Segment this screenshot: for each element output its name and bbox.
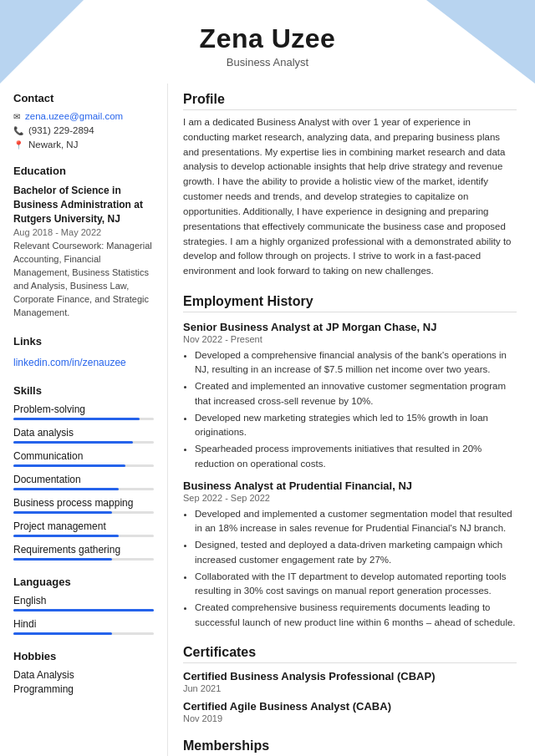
profile-text: I am a dedicated Business Analyst with o… [183, 115, 517, 279]
languages-section: Languages English Hindi [13, 576, 154, 635]
certificate-date: Nov 2019 [183, 713, 517, 723]
job-bullets-list: Developed a comprehensive financial anal… [183, 348, 517, 471]
job-bullet: Developed a comprehensive financial anal… [195, 348, 517, 378]
skill-bar-background [13, 441, 154, 444]
language-item: English [13, 595, 154, 611]
skill-bar-fill [13, 558, 112, 561]
skill-label: Project management [13, 520, 154, 532]
job-bullet: Spearheaded process improvements initiat… [195, 442, 517, 471]
language-bar-background [13, 609, 154, 611]
phone-text: (931) 229-2894 [28, 125, 94, 135]
skill-bar-background [13, 418, 154, 420]
jobs-list: Senior Business Analyst at JP Morgan Cha… [183, 321, 517, 630]
job-entry: Business Analyst at Prudential Financial… [183, 479, 517, 630]
skill-bar-background [13, 535, 154, 537]
job-dates: Nov 2022 - Present [183, 334, 517, 344]
certificates-heading: Certificates [183, 645, 517, 663]
skill-bar-background [13, 488, 154, 490]
skill-label: Data analysis [13, 427, 154, 439]
skill-item: Documentation [13, 474, 154, 490]
hobby-item: Data Analysis [13, 669, 154, 681]
skill-bar-fill [13, 488, 119, 490]
hobbies-section: Hobbies Data AnalysisProgramming [13, 650, 154, 695]
skill-bar-background [13, 558, 154, 561]
skill-item: Project management [13, 520, 154, 537]
certificate-entry: Certified Business Analysis Professional… [183, 670, 517, 693]
education-coursework: Relevant Coursework: Managerial Accounti… [13, 240, 154, 320]
skill-label: Requirements gathering [13, 544, 154, 556]
skills-heading: Skills [13, 384, 154, 397]
skills-section: Skills Problem-solving Data analysis Com… [13, 384, 154, 561]
language-item: Hindi [13, 618, 154, 635]
certificate-name: Certified Business Analysis Professional… [183, 670, 517, 682]
main-content: Profile I am a dedicated Business Analys… [167, 84, 535, 756]
sidebar: Contact ✉ zena.uzee@gmail.com 📞 (931) 22… [0, 84, 167, 756]
skill-label: Business process mapping [13, 497, 154, 509]
certificates-section: Certificates Certified Business Analysis… [183, 645, 517, 723]
language-label: English [13, 595, 154, 606]
profile-heading: Profile [183, 92, 517, 110]
language-bar-fill [13, 632, 112, 635]
education-heading: Education [13, 165, 154, 177]
skill-bar-fill [13, 535, 119, 537]
linkedin-link[interactable]: linkedin.com/in/zenauzee [13, 357, 126, 368]
job-bullet: Developed new marketing strategies which… [195, 411, 517, 440]
skill-item: Communication [13, 450, 154, 467]
skill-label: Communication [13, 450, 154, 462]
candidate-title: Business Analyst [17, 56, 518, 68]
resume-header: Zena Uzee Business Analyst [0, 0, 535, 84]
employment-section: Employment History Senior Business Analy… [183, 294, 517, 630]
skill-item: Data analysis [13, 427, 154, 444]
skills-list: Problem-solving Data analysis Communicat… [13, 403, 154, 561]
job-entry: Senior Business Analyst at JP Morgan Cha… [183, 321, 517, 471]
skill-bar-fill [13, 511, 112, 514]
job-bullet: Created and implemented an innovative cu… [195, 379, 517, 408]
language-bar-background [13, 632, 154, 635]
job-bullet: Developed and implemented a customer seg… [195, 507, 517, 536]
skill-bar-background [13, 511, 154, 514]
certificate-entry: Certified Agile Business Analyst (CABA) … [183, 700, 517, 723]
job-dates: Sep 2022 - Sep 2022 [183, 493, 517, 503]
job-bullet: Created comprehensive business requireme… [195, 601, 517, 630]
location-icon: 📍 [13, 140, 23, 150]
links-section: Links linkedin.com/in/zenauzee [13, 335, 154, 369]
contact-heading: Contact [13, 92, 154, 104]
education-degree: Bachelor of Science in Business Administ… [13, 184, 154, 226]
job-bullet: Collaborated with the IT department to d… [195, 570, 517, 599]
email-item: ✉ zena.uzee@gmail.com [13, 111, 154, 121]
language-label: Hindi [13, 618, 154, 630]
languages-list: English Hindi [13, 595, 154, 635]
skill-bar-fill [13, 418, 140, 420]
location-text: Newark, NJ [28, 140, 78, 150]
profile-section: Profile I am a dedicated Business Analys… [183, 92, 517, 279]
skill-item: Business process mapping [13, 497, 154, 514]
education-section: Education Bachelor of Science in Busines… [13, 165, 154, 320]
hobbies-heading: Hobbies [13, 650, 154, 662]
skill-bar-background [13, 464, 154, 467]
contact-section: Contact ✉ zena.uzee@gmail.com 📞 (931) 22… [13, 92, 154, 150]
resume-body: Contact ✉ zena.uzee@gmail.com 📞 (931) 22… [0, 84, 535, 756]
memberships-section: Memberships International Institute of B… [183, 738, 517, 756]
skill-item: Requirements gathering [13, 544, 154, 561]
language-bar-fill [13, 609, 154, 611]
employment-heading: Employment History [183, 294, 517, 312]
certificates-list: Certified Business Analysis Professional… [183, 670, 517, 723]
links-heading: Links [13, 335, 154, 348]
job-title: Senior Business Analyst at JP Morgan Cha… [183, 321, 517, 333]
job-title: Business Analyst at Prudential Financial… [183, 479, 517, 492]
skill-bar-fill [13, 464, 125, 467]
phone-icon: 📞 [13, 126, 23, 135]
languages-heading: Languages [13, 576, 154, 588]
skill-label: Problem-solving [13, 403, 154, 415]
phone-item: 📞 (931) 229-2894 [13, 125, 154, 135]
certificate-date: Jun 2021 [183, 683, 517, 693]
email-link[interactable]: zena.uzee@gmail.com [25, 111, 123, 121]
skill-label: Documentation [13, 474, 154, 485]
hobbies-list: Data AnalysisProgramming [13, 669, 154, 695]
education-dates: Aug 2018 - May 2022 [13, 227, 154, 237]
certificate-name: Certified Agile Business Analyst (CABA) [183, 700, 517, 713]
location-item: 📍 Newark, NJ [13, 140, 154, 150]
email-icon: ✉ [13, 112, 20, 121]
hobby-item: Programming [13, 683, 154, 695]
job-bullets-list: Developed and implemented a customer seg… [183, 507, 517, 630]
